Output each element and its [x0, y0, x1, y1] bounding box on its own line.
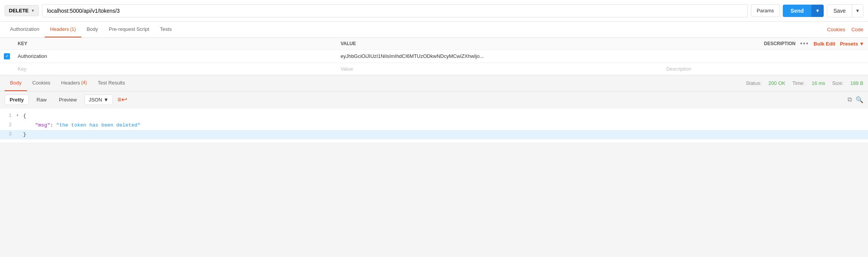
headers-check-col: [0, 38, 14, 50]
tab-tests[interactable]: Tests: [155, 22, 177, 37]
empty-value-cell[interactable]: Value: [337, 63, 663, 75]
row-key-cell[interactable]: Authorization: [14, 50, 337, 63]
response-code-block: 1 ▾ { 2 "msg": "the token has been delet…: [0, 108, 868, 142]
format-tab-pretty[interactable]: Pretty: [5, 95, 29, 105]
request-tabs-left: Authorization Headers (1) Body Pre-reque…: [5, 22, 177, 37]
headers-table: KEY VALUE DESCRIPTION ••• Bulk Edit Pres…: [0, 38, 868, 75]
presets-chevron-icon: ▼: [859, 41, 864, 47]
method-label: DELETE: [9, 8, 29, 14]
headers-dots-button[interactable]: •••: [800, 40, 809, 47]
resp-tab-cookies[interactable]: Cookies: [27, 75, 56, 91]
body-actions-right: ⧉ 🔍: [848, 96, 863, 103]
copy-icon[interactable]: ⧉: [848, 96, 852, 103]
response-body-toolbar: Pretty Raw Preview JSON ▼ ≡↩ ⧉ 🔍: [0, 91, 868, 108]
format-tab-raw[interactable]: Raw: [32, 95, 51, 105]
code-link[interactable]: Code: [851, 27, 863, 32]
table-row: ✓ Authorization eyJhbGciOiJIUzI1NiIsImIh…: [0, 50, 868, 63]
row-checkbox[interactable]: ✓: [0, 50, 14, 63]
size-label: Size:: [832, 80, 843, 86]
tab-body[interactable]: Body: [81, 22, 104, 37]
request-tabs-right: Cookies Code: [827, 27, 863, 32]
format-chevron-icon: ▼: [104, 97, 109, 103]
size-value: 188 B: [850, 80, 863, 86]
params-button[interactable]: Params: [751, 4, 780, 17]
tab-authorization[interactable]: Authorization: [5, 22, 45, 37]
bulk-edit-button[interactable]: Bulk Edit: [814, 41, 835, 47]
response-tabs: Body Cookies Headers (4) Test Results St…: [0, 75, 868, 91]
send-button[interactable]: Send: [783, 5, 811, 17]
resp-tab-body[interactable]: Body: [5, 75, 27, 91]
row-desc-cell[interactable]: [662, 50, 868, 63]
save-group: Save ▼: [827, 4, 863, 17]
empty-desc-cell[interactable]: Description: [662, 63, 868, 75]
headers-key-col: KEY: [14, 38, 337, 50]
send-dropdown-button[interactable]: ▼: [811, 5, 824, 17]
row-value-cell[interactable]: eyJhbGciOiJIUzI1NiIsImIhdCI6MTUzODkwNDcy…: [337, 50, 663, 63]
status-label: Status:: [746, 80, 761, 86]
tab-pre-request-script[interactable]: Pre-request Script: [103, 22, 155, 37]
code-line-2: 2 "msg": "the token has been deleted": [0, 121, 868, 130]
table-row-empty: Key Value Description: [0, 63, 868, 75]
code-line-1: 1 ▾ {: [0, 112, 868, 121]
response-meta: Status: 200 OK Time: 16 ms Size: 188 B: [746, 80, 863, 86]
time-value: 16 ms: [812, 80, 825, 86]
wrap-icon[interactable]: ≡↩: [118, 95, 128, 104]
headers-desc-col: DESCRIPTION ••• Bulk Edit Presets ▼: [662, 38, 868, 50]
resp-tab-test-results[interactable]: Test Results: [92, 75, 130, 91]
request-tabs: Authorization Headers (1) Body Pre-reque…: [0, 22, 868, 38]
format-select[interactable]: JSON ▼: [84, 95, 113, 105]
url-input[interactable]: [42, 4, 748, 17]
empty-key-cell[interactable]: Key: [14, 63, 337, 75]
code-line-3: 3 }: [0, 130, 868, 139]
toolbar: DELETE ▼ Params Send ▼ Save ▼: [0, 0, 868, 22]
headers-section: KEY VALUE DESCRIPTION ••• Bulk Edit Pres…: [0, 38, 868, 75]
format-tab-preview[interactable]: Preview: [54, 95, 81, 105]
headers-value-col: VALUE: [337, 38, 663, 50]
empty-checkbox[interactable]: [0, 63, 14, 75]
save-dropdown-button[interactable]: ▼: [852, 5, 863, 17]
tab-headers[interactable]: Headers (1): [45, 22, 81, 37]
status-value: 200 OK: [769, 80, 786, 86]
method-button[interactable]: DELETE ▼: [5, 5, 39, 16]
cookies-link[interactable]: Cookies: [827, 27, 845, 32]
checkbox-checked-icon: ✓: [4, 53, 10, 59]
resp-tab-headers[interactable]: Headers (4): [56, 75, 93, 91]
time-label: Time:: [792, 80, 805, 86]
response-tabs-left: Body Cookies Headers (4) Test Results: [5, 75, 130, 91]
presets-button[interactable]: Presets ▼: [840, 41, 864, 47]
search-icon[interactable]: 🔍: [856, 96, 863, 103]
send-group: Send ▼: [783, 5, 824, 17]
method-chevron-icon: ▼: [31, 8, 35, 13]
save-button[interactable]: Save: [827, 5, 852, 17]
